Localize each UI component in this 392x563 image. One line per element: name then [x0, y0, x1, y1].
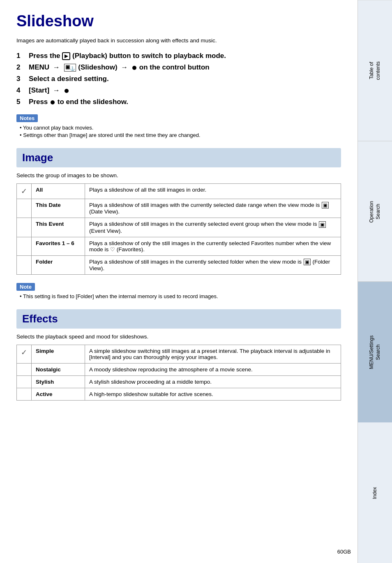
- desc-cell-thisevent: Plays a slideshow of still images in the…: [85, 218, 341, 237]
- image-note-section: Note This setting is fixed to [Folder] w…: [16, 283, 341, 299]
- desc-cell-stylish: A stylish slideshow proceeding at a midd…: [85, 376, 341, 388]
- table-row: ✓ All Plays a slideshow of all the still…: [17, 184, 341, 199]
- desc-cell-favorites: Plays a slideshow of only the still imag…: [85, 237, 341, 255]
- event-view-icon: ▣: [319, 221, 326, 228]
- check-cell-favorites: [17, 237, 32, 255]
- intro-text: Images are automatically played back in …: [16, 37, 341, 44]
- sidebar-tab-toc-label: Table ofcontents: [369, 61, 381, 80]
- name-cell-favorites: Favorites 1 – 6: [32, 237, 85, 255]
- sidebar-tab-index-label: Index: [372, 487, 378, 499]
- sidebar-tab-operation[interactable]: OperationSearch: [358, 141, 392, 282]
- effects-section-title: Effects: [22, 313, 335, 325]
- arrow-right-3: →: [53, 86, 60, 95]
- desc-cell-simple: A simple slideshow switching still image…: [85, 345, 341, 364]
- name-cell-stylish: Stylish: [32, 376, 85, 388]
- table-row: Folder Plays a slideshow of still images…: [17, 255, 341, 274]
- folder-view-icon: ▣: [304, 259, 311, 265]
- table-row: ✓ Simple A simple slideshow switching st…: [17, 345, 341, 364]
- steps-list: 1 Press the ▶ (Playback) button to switc…: [16, 52, 341, 106]
- image-options-table: ✓ All Plays a slideshow of all the still…: [16, 183, 341, 275]
- slideshow-menu-icon: ▣⚓: [64, 64, 76, 71]
- table-row: Active A high-tempo slideshow suitable f…: [17, 388, 341, 401]
- desc-cell-active: A high-tempo slideshow suitable for acti…: [85, 388, 341, 401]
- image-section-title: Image: [22, 151, 335, 164]
- desc-cell-all: Plays a slideshow of all the still image…: [85, 184, 341, 199]
- name-cell-simple: Simple: [32, 345, 85, 364]
- name-cell-nostalgic: Nostalgic: [32, 364, 85, 376]
- step-5-num: 5: [16, 98, 26, 106]
- desc-cell-folder: Plays a slideshow of still images in the…: [85, 255, 341, 274]
- name-cell-all: All: [32, 184, 85, 199]
- image-section: Image Selects the group of images to be …: [16, 148, 341, 299]
- circle-bullet-2: [65, 89, 69, 93]
- table-row: Stylish A stylish slideshow proceeding a…: [17, 376, 341, 388]
- step-3: 3 Select a desired setting.: [16, 75, 341, 83]
- table-row: Favorites 1 – 6 Plays a slideshow of onl…: [17, 237, 341, 255]
- sidebar-tab-operation-label: OperationSearch: [369, 201, 381, 222]
- step-5-text: Press to end the slideshow.: [29, 98, 128, 106]
- name-cell-folder: Folder: [32, 255, 85, 274]
- step-3-num: 3: [16, 75, 26, 83]
- notes-label: Notes: [16, 114, 38, 122]
- main-content: Slideshow Images are automatically playe…: [0, 0, 357, 563]
- name-cell-thisevent: This Event: [32, 218, 85, 237]
- sidebar-tab-toc[interactable]: Table ofcontents: [358, 0, 392, 141]
- table-row: This Event Plays a slideshow of still im…: [17, 218, 341, 237]
- table-row: This Date Plays a slideshow of still ima…: [17, 199, 341, 218]
- arrow-right-2: →: [121, 63, 128, 72]
- sidebar-tab-index[interactable]: Index: [358, 423, 392, 563]
- page-title: Slideshow: [16, 12, 341, 30]
- step-2-num: 2: [16, 63, 26, 72]
- sidebar-tab-menu[interactable]: MENU/SettingsSearch: [358, 282, 392, 423]
- effects-section-header: Effects: [16, 309, 341, 329]
- playback-icon: ▶: [62, 52, 70, 60]
- check-cell-all: ✓: [17, 184, 32, 199]
- checkmark-icon: ✓: [21, 348, 27, 357]
- date-view-icon: ▣: [322, 202, 329, 209]
- step-1-text: Press the ▶ (Playback) button to switch …: [29, 52, 226, 60]
- note-2: Settings other than [Image] are stored u…: [20, 132, 341, 138]
- page-number: 60GB: [337, 549, 351, 555]
- check-cell-folder: [17, 255, 32, 274]
- favorites-heart-icon: ♡: [110, 246, 115, 253]
- check-cell-active: [17, 388, 32, 401]
- circle-bullet-1: [132, 66, 136, 70]
- step-5: 5 Press to end the slideshow.: [16, 98, 341, 106]
- check-cell-thisevent: [17, 218, 32, 237]
- arrow-right-1: →: [53, 63, 60, 72]
- checkmark-icon: ✓: [21, 187, 27, 195]
- check-cell-stylish: [17, 376, 32, 388]
- step-4-num: 4: [16, 86, 26, 95]
- name-cell-active: Active: [32, 388, 85, 401]
- desc-cell-nostalgic: A moody slideshow reproducing the atmosp…: [85, 364, 341, 376]
- table-row: Nostalgic A moody slideshow reproducing …: [17, 364, 341, 376]
- step-4: 4 [Start] →: [16, 86, 341, 95]
- step-1: 1 Press the ▶ (Playback) button to switc…: [16, 52, 341, 60]
- image-note-label: Note: [16, 283, 35, 291]
- check-cell-thisdate: [17, 199, 32, 218]
- sidebar: Table ofcontents OperationSearch MENU/Se…: [357, 0, 392, 563]
- image-section-header: Image: [16, 148, 341, 167]
- effects-options-table: ✓ Simple A simple slideshow switching st…: [16, 345, 341, 401]
- sidebar-tab-menu-label: MENU/SettingsSearch: [369, 336, 381, 369]
- image-note-text: This setting is fixed to [Folder] when t…: [20, 293, 341, 299]
- note-1: You cannot play back movies.: [20, 125, 341, 131]
- step-1-num: 1: [16, 52, 26, 60]
- name-cell-thisdate: This Date: [32, 199, 85, 218]
- step-4-text: [Start] →: [29, 86, 69, 95]
- check-cell-nostalgic: [17, 364, 32, 376]
- circle-bullet-3: [51, 100, 55, 104]
- step-2-text: MENU → ▣⚓ (Slideshow) → on the control b…: [29, 63, 210, 72]
- notes-section: Notes You cannot play back movies. Setti…: [16, 114, 341, 138]
- step-2: 2 MENU → ▣⚓ (Slideshow) → on the control…: [16, 63, 341, 72]
- image-section-desc: Selects the group of images to be shown.: [16, 172, 341, 178]
- effects-section-desc: Selects the playback speed and mood for …: [16, 334, 341, 340]
- desc-cell-thisdate: Plays a slideshow of still images with t…: [85, 199, 341, 218]
- step-3-text: Select a desired setting.: [29, 75, 109, 83]
- check-cell-simple: ✓: [17, 345, 32, 364]
- effects-section: Effects Selects the playback speed and m…: [16, 309, 341, 401]
